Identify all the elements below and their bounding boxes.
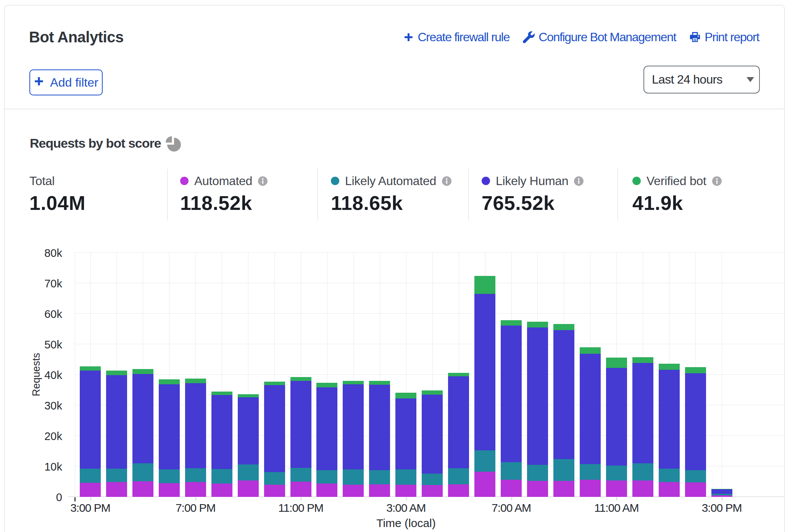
bar-automated[interactable] — [238, 480, 259, 497]
bar-likely-automated[interactable] — [659, 469, 680, 482]
bar-likely-human[interactable] — [211, 395, 232, 469]
bar-automated[interactable] — [211, 484, 232, 497]
bar-likely-human[interactable] — [132, 374, 153, 463]
info-icon[interactable] — [442, 176, 451, 186]
bar-likely-human[interactable] — [80, 371, 101, 469]
configure-bot-management-link[interactable]: Configure Bot Management — [523, 30, 676, 44]
bar-likely-human[interactable] — [527, 327, 548, 464]
bar-likely-automated[interactable] — [685, 470, 706, 482]
bar-likely-automated[interactable] — [422, 474, 443, 485]
bar-likely-human[interactable] — [106, 375, 127, 469]
bar-likely-automated[interactable] — [501, 462, 522, 480]
time-range-select[interactable]: Last 24 hours — [643, 66, 760, 94]
bar-verified-bot[interactable] — [80, 366, 101, 370]
bar-verified-bot[interactable] — [501, 320, 522, 326]
bar-verified-bot[interactable] — [685, 367, 706, 373]
bar-likely-automated[interactable] — [343, 469, 364, 485]
bar-likely-human[interactable] — [159, 384, 180, 469]
bar-likely-human[interactable] — [422, 395, 443, 474]
print-report-link[interactable]: Print report — [689, 30, 759, 44]
bar-automated[interactable] — [290, 482, 311, 497]
bar-likely-automated[interactable] — [448, 468, 469, 484]
bar-likely-automated[interactable] — [395, 469, 416, 485]
bar-likely-human[interactable] — [606, 368, 627, 466]
create-firewall-rule-link[interactable]: Create firewall rule — [403, 30, 509, 44]
bar-likely-automated[interactable] — [369, 470, 390, 484]
bar-likely-human[interactable] — [501, 326, 522, 462]
info-icon[interactable] — [712, 176, 722, 186]
bar-likely-human[interactable] — [316, 387, 337, 470]
bar-verified-bot[interactable] — [264, 382, 285, 385]
bar-automated[interactable] — [632, 480, 653, 497]
bar-likely-automated[interactable] — [553, 459, 574, 481]
bar-verified-bot[interactable] — [632, 357, 653, 363]
bar-likely-automated[interactable] — [580, 464, 601, 480]
bar-verified-bot[interactable] — [395, 393, 416, 398]
bar-verified-bot[interactable] — [448, 373, 469, 376]
bar-likely-automated[interactable] — [527, 465, 548, 481]
bar-likely-automated[interactable] — [211, 469, 232, 484]
bar-verified-bot[interactable] — [369, 381, 390, 385]
bar-automated[interactable] — [527, 481, 548, 497]
bar-likely-automated[interactable] — [632, 463, 653, 480]
bar-verified-bot[interactable] — [553, 324, 574, 330]
bar-likely-automated[interactable] — [474, 450, 495, 471]
bar-likely-human[interactable] — [659, 370, 680, 468]
bar-likely-human[interactable] — [580, 354, 601, 464]
bar-likely-human[interactable] — [343, 384, 364, 469]
bar-automated[interactable] — [501, 480, 522, 497]
bar-automated[interactable] — [316, 484, 337, 497]
bar-likely-automated[interactable] — [264, 472, 285, 485]
info-icon[interactable] — [574, 176, 584, 186]
info-icon[interactable] — [258, 176, 268, 186]
bar-automated[interactable] — [132, 481, 153, 497]
bar-automated[interactable] — [422, 485, 443, 497]
bar-automated[interactable] — [185, 482, 206, 497]
bar-likely-automated[interactable] — [159, 469, 180, 483]
bar-verified-bot[interactable] — [185, 379, 206, 383]
bar-automated[interactable] — [580, 480, 601, 497]
bar-verified-bot[interactable] — [211, 392, 232, 395]
bar-likely-automated[interactable] — [606, 466, 627, 480]
bar-likely-human[interactable] — [185, 383, 206, 468]
bar-likely-human[interactable] — [553, 330, 574, 459]
bar-automated[interactable] — [80, 483, 101, 497]
bar-automated[interactable] — [106, 482, 127, 497]
bar-likely-human[interactable] — [448, 376, 469, 468]
bar-likely-automated[interactable] — [711, 494, 732, 495]
bar-automated[interactable] — [369, 484, 390, 497]
bar-verified-bot[interactable] — [106, 371, 127, 375]
bar-automated[interactable] — [553, 481, 574, 497]
bar-likely-automated[interactable] — [316, 470, 337, 484]
bar-verified-bot[interactable] — [659, 364, 680, 370]
bar-automated[interactable] — [159, 483, 180, 497]
bar-automated[interactable] — [395, 485, 416, 497]
bar-verified-bot[interactable] — [606, 358, 627, 368]
bar-likely-human[interactable] — [711, 489, 732, 494]
bar-verified-bot[interactable] — [132, 369, 153, 374]
bar-automated[interactable] — [448, 484, 469, 497]
bar-verified-bot[interactable] — [527, 322, 548, 328]
bar-automated[interactable] — [659, 482, 680, 497]
bar-likely-human[interactable] — [290, 381, 311, 468]
bar-automated[interactable] — [474, 472, 495, 497]
bar-likely-human[interactable] — [685, 373, 706, 470]
bar-likely-human[interactable] — [238, 397, 259, 464]
bar-verified-bot[interactable] — [159, 379, 180, 384]
bar-verified-bot[interactable] — [580, 347, 601, 354]
bar-automated[interactable] — [264, 485, 285, 497]
bar-verified-bot[interactable] — [290, 377, 311, 381]
bar-likely-automated[interactable] — [185, 468, 206, 482]
bar-verified-bot[interactable] — [422, 390, 443, 395]
bar-automated[interactable] — [606, 480, 627, 497]
bar-likely-human[interactable] — [474, 294, 495, 450]
bar-verified-bot[interactable] — [238, 394, 259, 397]
bar-verified-bot[interactable] — [343, 381, 364, 384]
bar-likely-human[interactable] — [369, 385, 390, 470]
bar-likely-human[interactable] — [395, 398, 416, 469]
bar-likely-automated[interactable] — [238, 464, 259, 480]
bar-automated[interactable] — [343, 485, 364, 497]
bar-automated[interactable] — [685, 482, 706, 497]
bar-automated[interactable] — [711, 495, 732, 497]
add-filter-button[interactable]: Add filter — [29, 69, 103, 95]
